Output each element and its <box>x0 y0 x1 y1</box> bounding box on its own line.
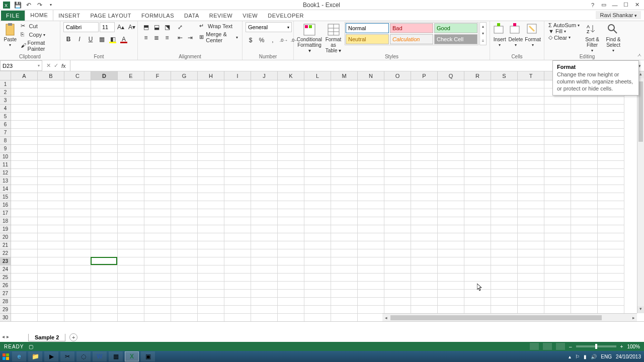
cell[interactable] <box>118 105 144 113</box>
cell[interactable] <box>464 233 491 241</box>
cell[interactable] <box>251 298 278 306</box>
cell[interactable] <box>144 97 171 105</box>
cell[interactable] <box>491 241 518 249</box>
cell[interactable] <box>64 137 91 145</box>
cell[interactable] <box>64 217 91 225</box>
cell[interactable] <box>598 169 624 177</box>
cell[interactable] <box>11 88 38 97</box>
cell[interactable] <box>411 185 438 193</box>
align-center-icon[interactable]: ≣ <box>151 33 162 43</box>
cell[interactable] <box>144 201 171 209</box>
cell[interactable] <box>171 80 198 88</box>
align-bottom-icon[interactable]: ⬔ <box>162 22 172 32</box>
cell[interactable] <box>11 225 38 233</box>
cell[interactable] <box>358 290 384 298</box>
cell[interactable] <box>304 290 331 298</box>
style-good[interactable]: Good <box>434 23 477 33</box>
borders-button[interactable]: ▦ <box>97 34 107 44</box>
cell[interactable] <box>118 88 144 97</box>
cell[interactable] <box>144 217 171 225</box>
row-header-8[interactable]: 8 <box>0 137 11 145</box>
row-header-27[interactable]: 27 <box>0 290 11 298</box>
cell[interactable] <box>544 185 571 193</box>
cell[interactable] <box>491 137 518 145</box>
row-headers[interactable]: 1234567891011121314151617181920212223242… <box>0 80 11 321</box>
cell[interactable] <box>38 290 64 298</box>
cell[interactable] <box>598 233 624 241</box>
cell[interactable] <box>411 88 438 97</box>
cell[interactable] <box>171 177 198 185</box>
cell[interactable] <box>251 257 278 265</box>
cell[interactable] <box>118 233 144 241</box>
cell[interactable] <box>224 306 251 314</box>
cell[interactable] <box>411 80 438 88</box>
cell[interactable] <box>198 233 224 241</box>
cell[interactable] <box>411 241 438 249</box>
sheet-nav[interactable]: ◂▸ <box>2 334 9 339</box>
cell[interactable] <box>11 137 38 145</box>
cell[interactable] <box>411 249 438 257</box>
cell[interactable] <box>38 185 64 193</box>
cell[interactable] <box>144 177 171 185</box>
row-header-20[interactable]: 20 <box>0 233 11 241</box>
cell[interactable] <box>171 169 198 177</box>
cell[interactable] <box>411 121 438 129</box>
cell[interactable] <box>278 193 304 201</box>
cell[interactable] <box>224 105 251 113</box>
cell[interactable] <box>384 306 411 314</box>
cell[interactable] <box>544 153 571 161</box>
accounting-icon[interactable]: $ <box>246 35 256 45</box>
cell[interactable] <box>544 241 571 249</box>
cell[interactable] <box>38 145 64 153</box>
cell[interactable] <box>358 233 384 241</box>
cell[interactable] <box>544 201 571 209</box>
system-tray[interactable]: ▴ ⚐ ▮ 🔊 ENG 24/10/2013 <box>569 354 644 359</box>
cell[interactable] <box>38 153 64 161</box>
cell[interactable] <box>358 137 384 145</box>
column-headers[interactable]: ABCDEFGHIJKLMNOPQRSTUVW <box>11 71 637 80</box>
cell[interactable] <box>144 161 171 169</box>
cell[interactable] <box>198 193 224 201</box>
cell[interactable] <box>491 105 518 113</box>
col-header-R[interactable]: R <box>464 71 491 80</box>
cell[interactable] <box>598 257 624 265</box>
formula-input[interactable] <box>70 60 635 71</box>
row-header-26[interactable]: 26 <box>0 282 11 290</box>
cell[interactable] <box>411 306 438 314</box>
cell[interactable] <box>278 153 304 161</box>
cell[interactable] <box>598 217 624 225</box>
cell[interactable] <box>384 241 411 249</box>
cell[interactable] <box>491 306 518 314</box>
cell[interactable] <box>224 314 251 322</box>
cell[interactable] <box>91 88 118 97</box>
cell[interactable] <box>384 282 411 290</box>
cell[interactable] <box>118 314 144 322</box>
cell[interactable] <box>491 257 518 265</box>
cell[interactable] <box>38 241 64 249</box>
conditional-formatting-button[interactable]: Conditional Formatting ▾ <box>297 22 322 53</box>
cell[interactable] <box>384 169 411 177</box>
cell[interactable] <box>358 241 384 249</box>
cell[interactable] <box>544 209 571 217</box>
cell[interactable] <box>224 145 251 153</box>
clear-button[interactable]: ◇Clear▾ <box>547 34 581 41</box>
cell[interactable] <box>464 217 491 225</box>
cell[interactable] <box>598 201 624 209</box>
row-header-25[interactable]: 25 <box>0 274 11 282</box>
cell[interactable] <box>544 217 571 225</box>
cell[interactable] <box>331 201 358 209</box>
cell[interactable] <box>438 290 464 298</box>
cell[interactable] <box>571 274 598 282</box>
cell[interactable] <box>304 137 331 145</box>
cell[interactable] <box>278 177 304 185</box>
cell[interactable] <box>251 185 278 193</box>
cell[interactable] <box>171 185 198 193</box>
cell[interactable] <box>171 129 198 137</box>
macro-record-icon[interactable]: ▢ <box>29 344 33 349</box>
cell[interactable] <box>464 137 491 145</box>
cell[interactable] <box>464 97 491 105</box>
cell[interactable] <box>11 129 38 137</box>
cell[interactable] <box>144 265 171 274</box>
cell[interactable] <box>64 169 91 177</box>
cell[interactable] <box>64 80 91 88</box>
